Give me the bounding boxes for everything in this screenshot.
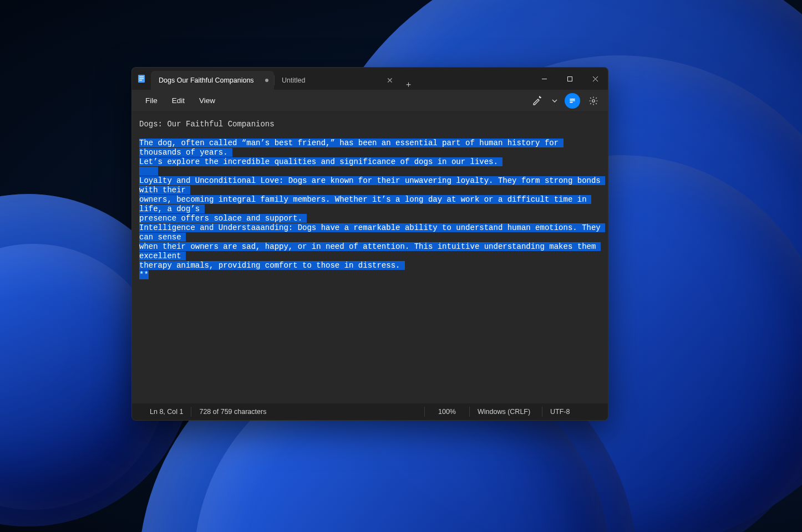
selected-text: Let’s explore the incredible qualities a… (139, 157, 502, 166)
svg-point-8 (540, 97, 541, 98)
notepad-window: Dogs Our Faithful Companions Untitled ✕ … (131, 67, 608, 421)
status-cursor[interactable]: Ln 8, Col 1 (142, 403, 191, 420)
doc-title: Dogs: Our Faithful Companions (139, 120, 275, 129)
rewrite-icon[interactable] (529, 93, 545, 109)
chevron-down-icon[interactable] (550, 93, 559, 109)
selected-text: therapy animals, providing comfort to th… (139, 261, 405, 270)
gear-icon[interactable] (586, 93, 601, 109)
status-encoding[interactable]: UTF-8 (542, 403, 598, 420)
tab-strip: Dogs Our Faithful Companions Untitled ✕ … (151, 68, 418, 90)
tab-active[interactable]: Dogs Our Faithful Companions (151, 71, 274, 90)
selected-text: owners, becoming integral family members… (139, 195, 591, 213)
maximize-button[interactable] (557, 68, 582, 90)
minimize-button[interactable] (531, 68, 557, 90)
svg-rect-2 (139, 78, 144, 79)
selected-text: ** (139, 270, 149, 279)
window-controls (531, 68, 608, 90)
unsaved-indicator-icon (265, 79, 268, 82)
menu-file[interactable]: File (139, 94, 164, 107)
svg-point-9 (540, 96, 540, 97)
copilot-icon[interactable] (565, 93, 580, 109)
app-icon (132, 68, 151, 90)
tab-title: Dogs Our Faithful Companions (159, 76, 254, 84)
tab-title: Untitled (282, 76, 305, 84)
menubar: File Edit View (132, 90, 608, 112)
selected-text (139, 167, 158, 176)
selected-text: Intelligence and Understaaanding: Dogs h… (139, 223, 605, 242)
svg-rect-3 (139, 80, 142, 80)
new-tab-button[interactable]: ＋ (399, 79, 418, 90)
selected-text: The dog, often called “man’s best friend… (139, 139, 564, 157)
status-zoom[interactable]: 100% (425, 403, 469, 420)
svg-point-10 (592, 99, 595, 102)
text-editor[interactable]: Dogs: Our Faithful Companions The dog, o… (132, 112, 608, 403)
selected-text: presence offers solace and support. (139, 214, 307, 223)
statusbar: Ln 8, Col 1 728 of 759 characters 100% W… (132, 403, 608, 420)
menu-edit[interactable]: Edit (165, 94, 191, 107)
status-eol[interactable]: Windows (CRLF) (470, 403, 542, 420)
tab-inactive[interactable]: Untitled ✕ (274, 71, 399, 90)
status-chars: 728 of 759 characters (191, 403, 274, 420)
selected-text: when their owners are sad, happy, or in … (139, 242, 601, 260)
titlebar[interactable]: Dogs Our Faithful Companions Untitled ✕ … (132, 68, 608, 90)
selected-text: Loyalty and Unconditional Love: Dogs are… (139, 176, 605, 195)
close-icon[interactable]: ✕ (387, 76, 393, 85)
svg-rect-5 (567, 76, 572, 81)
menu-view[interactable]: View (192, 94, 222, 107)
close-button[interactable] (582, 68, 608, 90)
svg-rect-1 (139, 76, 144, 77)
